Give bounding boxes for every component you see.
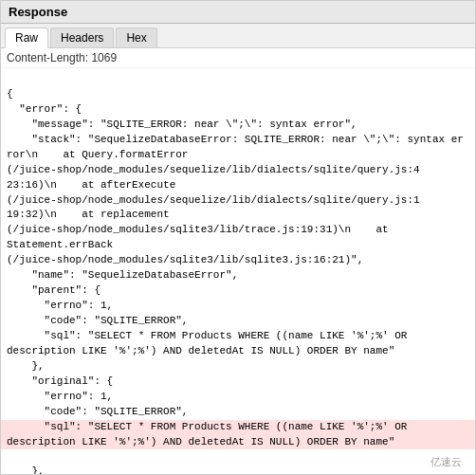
json-text-end: }, "sql": "SELECT * FROM Products WHERE … [7, 466, 394, 474]
tab-headers[interactable]: Headers [50, 27, 114, 47]
response-panel: Response Raw Headers Hex Content-Length:… [0, 0, 476, 475]
json-content[interactable]: { "error": { "message": "SQLITE_ERROR: n… [1, 68, 475, 474]
tab-hex[interactable]: Hex [116, 27, 156, 47]
highlighted-sql-line: "sql": "SELECT * FROM Products WHERE ((n… [1, 420, 475, 450]
tab-bar: Raw Headers Hex [1, 24, 475, 48]
response-header: Response [1, 1, 475, 24]
tab-raw[interactable]: Raw [5, 27, 48, 48]
json-text: { "error": { "message": "SQLITE_ERROR: n… [7, 88, 464, 417]
watermark: 亿速云 [430, 455, 462, 470]
content-length-bar: Content-Length: 1069 [1, 48, 475, 68]
